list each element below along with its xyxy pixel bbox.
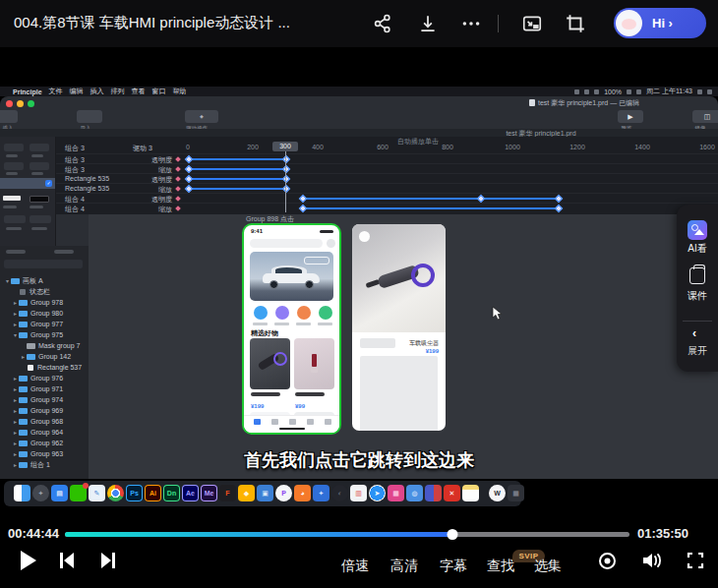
find-button[interactable]: 查找 <box>487 558 514 575</box>
property-keyframe-icon <box>175 186 181 192</box>
app-icon <box>297 306 311 320</box>
mac-menus: 文件编辑插入排列查看窗口帮助 <box>49 87 194 96</box>
preview-button: ▶ <box>618 110 643 123</box>
panel-divider <box>683 321 712 322</box>
menu-帮助: 帮助 <box>173 87 187 96</box>
banner-badge <box>304 257 329 265</box>
animation-bar <box>302 198 559 200</box>
download-icon[interactable] <box>417 13 439 34</box>
dock-media-encoder-icon: Me <box>201 485 217 501</box>
layer-name: Group 142 <box>38 353 71 360</box>
folder-icon <box>19 441 28 446</box>
ruler-tick: 0 <box>186 144 190 150</box>
menu-clock: 周二 上午11:43 <box>646 87 692 96</box>
picture-in-picture-icon[interactable] <box>521 13 543 34</box>
back-button <box>359 231 370 242</box>
dock-design-app-icon: ✎ <box>89 485 105 501</box>
artboard-product-detail: 车载吸尘器 ¥199 <box>352 224 446 431</box>
layer-name: Group 964 <box>30 429 63 436</box>
episodes-button[interactable]: 选集 <box>534 558 562 575</box>
disclosure-icon: ▸ <box>20 353 27 360</box>
crop-screenshot-icon[interactable] <box>565 13 586 34</box>
status-icon <box>627 89 631 94</box>
layer-name: Group 968 <box>30 418 63 425</box>
dock-after-effects-icon: Ae <box>182 485 199 501</box>
disclosure-icon: ▸ <box>12 299 19 306</box>
tab-item <box>307 419 314 425</box>
close-window-button <box>6 100 13 107</box>
topbar-divider <box>498 15 499 32</box>
ai-watch-label[interactable]: AI看 <box>677 242 718 256</box>
ruler-tick: 1600 <box>699 144 715 150</box>
property-keyframe-icon <box>175 156 181 162</box>
ai-watch-icon[interactable] <box>688 220 707 240</box>
video-subtitle: 首先我们点击它跳转到这边来 <box>0 448 718 472</box>
inspector-field <box>4 144 24 151</box>
dock-rings-app-icon: ◍ <box>406 485 423 501</box>
product-card-2 <box>294 338 334 389</box>
layer-name: Group 971 <box>30 385 63 392</box>
status-icon <box>574 89 579 94</box>
speed-button[interactable]: 倍速 <box>341 558 369 575</box>
progress-bar[interactable] <box>65 532 629 537</box>
layer-row: Mask group 7 <box>0 340 90 351</box>
layer-row: ▸Group 142 <box>0 351 90 362</box>
disclosure-icon: ▸ <box>12 407 19 414</box>
keyframe-diamond-icon <box>282 185 290 193</box>
volume-icon[interactable] <box>641 551 663 570</box>
layer-name: Group 974 <box>30 396 63 403</box>
more-icon[interactable] <box>460 13 482 34</box>
keyframe-diamond-icon <box>555 205 563 212</box>
dock-wechat-icon <box>70 485 87 501</box>
property-keyframe-icon <box>175 176 181 182</box>
animation-bar <box>188 168 285 170</box>
courseware-icon[interactable] <box>689 267 705 284</box>
animation-bar <box>302 207 559 209</box>
settings-icon[interactable] <box>598 552 617 570</box>
next-button[interactable] <box>98 552 118 569</box>
app-icon <box>275 306 289 320</box>
progress-knob[interactable] <box>448 529 458 540</box>
minimize-window-button <box>17 100 24 107</box>
disclosure-icon: ▸ <box>12 429 19 436</box>
timeline-row-property: 缩放 <box>115 205 172 214</box>
layer-name: 状态栏 <box>30 287 50 297</box>
quality-button[interactable]: 高清 <box>390 558 418 575</box>
layer-name: Mask group 7 <box>38 342 80 349</box>
previous-button[interactable] <box>57 552 77 569</box>
content-placeholder <box>360 356 438 431</box>
status-icon <box>594 89 599 94</box>
product-price-2: ¥99 <box>295 403 305 409</box>
dock-safari-icon: ➤ <box>369 485 386 501</box>
animation-bar <box>188 188 285 190</box>
property-keyframe-icon <box>175 206 181 211</box>
assistant-pill[interactable]: Hi › <box>614 8 706 38</box>
product-price: ¥199 <box>409 348 439 354</box>
layer-row: ▸Group 969 <box>0 405 90 416</box>
inspector-field <box>30 215 51 223</box>
dock-x-app-icon: ✕ <box>444 485 460 501</box>
play-button[interactable] <box>18 549 37 572</box>
dock-w-app-icon: W <box>489 485 506 501</box>
timeline-mode-label: 自动播放单击 <box>397 137 439 147</box>
total-time: 01:35:50 <box>637 526 688 541</box>
home-indicator <box>279 428 305 430</box>
menu-编辑: 编辑 <box>70 87 84 96</box>
mac-dock: ✦▤✎PsAiDnAeMeF◆▣P◕✦◐▥➤▦◍✕W▦ <box>4 481 521 506</box>
timeline-row-layer: Rectangle 535 <box>65 185 109 192</box>
layer-name: Group 976 <box>30 375 63 382</box>
share-icon[interactable] <box>372 13 393 34</box>
subtitle-button[interactable]: 字幕 <box>440 558 467 575</box>
item-icon <box>20 289 26 295</box>
current-time: 00:44:44 <box>8 526 59 541</box>
layer-row: ▸Group 977 <box>0 319 90 329</box>
battery-percent: 100% <box>604 88 622 95</box>
layer-name: Group 962 <box>30 440 63 446</box>
chevron-left-icon[interactable]: ‹ <box>692 326 696 340</box>
property-keyframe-icon <box>175 166 181 172</box>
courseware-label[interactable]: 课件 <box>677 289 718 303</box>
timeline-row-layer: Rectangle 535 <box>65 175 109 182</box>
fullscreen-icon[interactable] <box>687 552 704 569</box>
app-icon <box>254 306 268 320</box>
expand-label[interactable]: 展开 <box>677 344 718 358</box>
